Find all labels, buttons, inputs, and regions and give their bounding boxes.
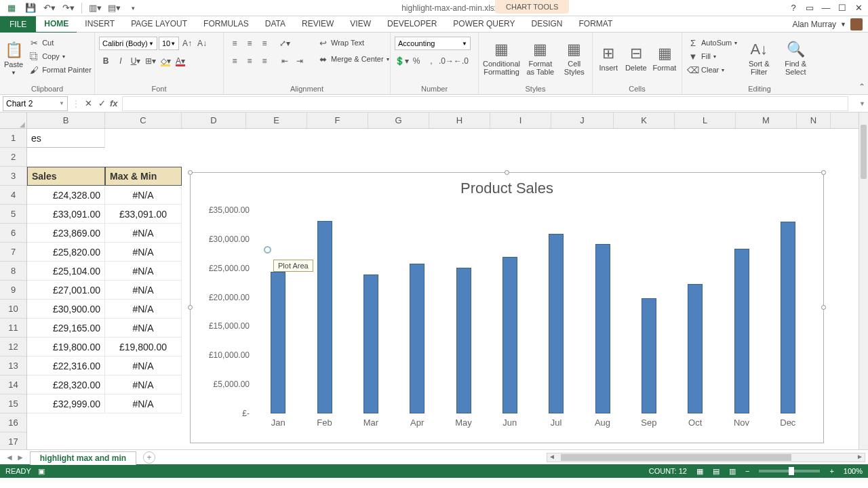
row-header[interactable]: 7 [0, 243, 26, 262]
tab-formulas[interactable]: FORMULAS [195, 16, 257, 33]
font-size-select[interactable]: 10▼ [159, 37, 179, 50]
clear-button[interactable]: ⌫Clear▾ [686, 64, 738, 76]
macro-record-icon[interactable]: ▣ [38, 467, 45, 476]
copy-button[interactable]: ⿻Copy▾ [27, 50, 93, 62]
col-header[interactable]: J [551, 113, 614, 128]
row-header[interactable]: 4 [0, 186, 26, 205]
merge-center-button[interactable]: ⬌Merge & Center▾ [316, 53, 391, 65]
percent-format-icon[interactable]: % [410, 54, 423, 68]
align-right-icon[interactable]: ≡ [258, 54, 271, 68]
increase-font-icon[interactable]: A↑ [180, 37, 194, 50]
col-header[interactable]: B [27, 113, 105, 128]
expand-formula-bar-icon[interactable]: ▼ [859, 100, 865, 107]
zoom-level[interactable]: 100% [844, 467, 863, 475]
find-select-button[interactable]: 🔍Find & Select [779, 37, 812, 80]
col-header[interactable]: I [490, 113, 551, 128]
comma-format-icon[interactable]: , [425, 54, 438, 68]
bar[interactable] [595, 244, 610, 413]
col-header[interactable]: E [246, 113, 307, 128]
italic-button[interactable]: I [114, 54, 127, 68]
decrease-decimal-icon[interactable]: ←.0 [454, 54, 468, 68]
row-header[interactable]: 5 [0, 205, 26, 224]
align-bottom-icon[interactable]: ≡ [258, 37, 271, 50]
align-middle-icon[interactable]: ≡ [243, 37, 256, 50]
row-header[interactable]: 8 [0, 262, 26, 281]
bar[interactable] [410, 264, 425, 413]
col-header[interactable]: C [105, 113, 182, 128]
sheet-nav-prev-icon[interactable]: ◄ [5, 453, 14, 462]
row-header[interactable]: 14 [0, 375, 26, 394]
row-header[interactable]: 11 [0, 319, 26, 338]
cell[interactable]: £32,999.00 [27, 394, 105, 413]
row-header[interactable]: 2 [0, 148, 26, 167]
close-icon[interactable]: ✕ [853, 3, 864, 14]
bar[interactable] [363, 274, 378, 413]
view-layout-icon[interactable]: ▤ [713, 467, 719, 476]
increase-decimal-icon[interactable]: .0→ [439, 54, 453, 68]
cell[interactable]: £33,091.00 [27, 205, 105, 224]
zoom-out-icon[interactable]: − [745, 467, 749, 475]
underline-button[interactable]: U▾ [129, 54, 142, 68]
accounting-format-icon[interactable]: 💲▾ [395, 54, 408, 68]
cell[interactable]: #N/A [105, 224, 182, 243]
cell[interactable]: Max & Min [105, 167, 182, 186]
row-header[interactable]: 16 [0, 413, 26, 432]
zoom-in-icon[interactable]: + [829, 467, 833, 475]
help-icon[interactable]: ? [788, 3, 799, 14]
insert-cells-button[interactable]: ⊞Insert [597, 37, 620, 80]
cell[interactable]: £28,320.00 [27, 375, 105, 394]
qat-custom1-icon[interactable]: ▥▾ [89, 2, 101, 14]
cell[interactable]: #N/A [105, 375, 182, 394]
col-header[interactable]: F [307, 113, 368, 128]
row-header[interactable]: 1 [0, 129, 26, 148]
sort-filter-button[interactable]: A↓Sort & Filter [743, 37, 775, 80]
cell[interactable]: #N/A [105, 281, 182, 300]
col-header[interactable]: K [614, 113, 675, 128]
resize-handle[interactable] [505, 170, 509, 175]
paste-button[interactable]: 📋 Paste ▼ [4, 37, 23, 80]
sheet-tab-active[interactable]: highlight max and min [30, 451, 136, 465]
row-header[interactable]: 15 [0, 394, 26, 413]
format-as-table-button[interactable]: ▦Format as Table [524, 37, 557, 80]
cell[interactable]: £33,091.00 [105, 205, 182, 224]
sheet-nav-next-icon[interactable]: ► [16, 453, 24, 462]
decrease-font-icon[interactable]: A↓ [195, 37, 209, 50]
bar[interactable] [688, 284, 703, 413]
cell[interactable]: #N/A [105, 357, 182, 375]
tab-power-query[interactable]: POWER QUERY [445, 16, 523, 33]
collapse-ribbon-icon[interactable]: ⌃ [859, 82, 865, 92]
cell[interactable]: #N/A [105, 186, 182, 205]
plot-area[interactable] [255, 210, 811, 413]
orientation-icon[interactable]: ⤢▾ [278, 37, 292, 50]
cell[interactable]: £22,316.00 [27, 357, 105, 375]
qat-custom2-icon[interactable]: ▤▾ [108, 2, 120, 14]
tab-review[interactable]: REVIEW [294, 16, 342, 33]
zoom-slider[interactable] [759, 470, 820, 472]
cell[interactable]: #N/A [105, 300, 182, 319]
cell[interactable]: es [27, 129, 105, 148]
worksheet-grid[interactable]: BCDEFGHIJKLMN 1234567891011121314151617 … [0, 113, 868, 449]
user-area[interactable]: Alan Murray ▼ [792, 18, 868, 30]
cell[interactable]: £30,900.00 [27, 300, 105, 319]
font-color-button[interactable]: A▾ [174, 54, 187, 68]
row-header[interactable]: 10 [0, 300, 26, 319]
cell[interactable]: #N/A [105, 262, 182, 281]
column-headers[interactable]: BCDEFGHIJKLMN [27, 113, 859, 129]
name-box[interactable]: Chart 2▼ [3, 96, 68, 111]
cell-styles-button[interactable]: ▦Cell Styles [561, 37, 588, 80]
row-header[interactable]: 12 [0, 338, 26, 357]
resize-handle[interactable] [821, 305, 826, 310]
row-header[interactable]: 9 [0, 281, 26, 300]
format-painter-button[interactable]: 🖌Format Painter [27, 64, 93, 76]
col-header[interactable]: G [368, 113, 429, 128]
tab-design[interactable]: DESIGN [523, 16, 570, 33]
delete-cells-button[interactable]: ⊟Delete [625, 37, 648, 80]
format-cells-button[interactable]: ▦Format [652, 37, 677, 80]
resize-handle[interactable] [821, 170, 826, 175]
fx-icon[interactable]: fx [110, 98, 118, 108]
tab-page-layout[interactable]: PAGE LAYOUT [123, 16, 195, 33]
cell[interactable]: £19,800.00 [27, 338, 105, 357]
align-top-icon[interactable]: ≡ [228, 37, 241, 50]
select-all-corner[interactable] [0, 113, 27, 129]
cell[interactable]: £23,869.00 [27, 224, 105, 243]
